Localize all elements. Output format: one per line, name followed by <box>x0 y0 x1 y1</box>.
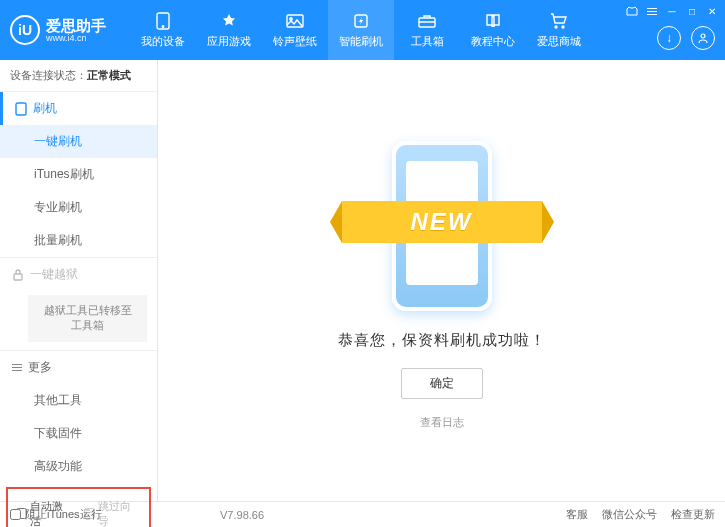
download-button[interactable]: ↓ <box>657 26 681 50</box>
footer-link-support[interactable]: 客服 <box>566 507 588 522</box>
sidebar-item-download-firmware[interactable]: 下载固件 <box>0 417 157 450</box>
nav-apps[interactable]: 应用游戏 <box>196 0 262 60</box>
sidebar-item-other-tools[interactable]: 其他工具 <box>0 384 157 417</box>
jailbreak-note: 越狱工具已转移至 工具箱 <box>28 295 147 342</box>
sidebar-item-batch-flash[interactable]: 批量刷机 <box>0 224 157 257</box>
sidebar-item-oneclick-flash[interactable]: 一键刷机 <box>0 125 157 158</box>
lock-icon <box>12 269 24 281</box>
book-icon <box>483 12 503 30</box>
footer-link-update[interactable]: 检查更新 <box>671 507 715 522</box>
app-title: 爱思助手 <box>46 18 106 33</box>
view-log-link[interactable]: 查看日志 <box>420 415 464 430</box>
nav-tutorials[interactable]: 教程中心 <box>460 0 526 60</box>
svg-point-8 <box>701 34 705 38</box>
sidebar-item-pro-flash[interactable]: 专业刷机 <box>0 191 157 224</box>
app-url: www.i4.cn <box>46 33 106 43</box>
success-message: 恭喜您，保资料刷机成功啦！ <box>338 331 546 350</box>
menu-small-icon <box>12 364 22 371</box>
sidebar-item-advanced[interactable]: 高级功能 <box>0 450 157 483</box>
phone-icon <box>153 12 173 30</box>
nav-store[interactable]: 爱思商城 <box>526 0 592 60</box>
nav-ringtones[interactable]: 铃声壁纸 <box>262 0 328 60</box>
svg-rect-10 <box>14 274 22 280</box>
image-icon <box>285 12 305 30</box>
svg-point-3 <box>290 17 292 19</box>
sidebar-group-more[interactable]: 更多 <box>0 351 157 384</box>
main-content: NEW 恭喜您，保资料刷机成功啦！ 确定 查看日志 <box>158 60 725 501</box>
version-label: V7.98.66 <box>220 509 264 521</box>
maximize-icon[interactable]: □ <box>685 4 699 18</box>
user-button[interactable] <box>691 26 715 50</box>
sidebar-item-itunes-flash[interactable]: iTunes刷机 <box>0 158 157 191</box>
app-header: iU 爱思助手 www.i4.cn 我的设备 应用游戏 铃声壁纸 智能刷机 工具… <box>0 0 725 60</box>
block-itunes-checkbox[interactable]: 阻止iTunes运行 <box>10 507 102 522</box>
footer-link-wechat[interactable]: 微信公众号 <box>602 507 657 522</box>
nav-toolbox[interactable]: 工具箱 <box>394 0 460 60</box>
toolbox-icon <box>417 12 437 30</box>
svg-point-1 <box>162 25 164 27</box>
nav-smart-flash[interactable]: 智能刷机 <box>328 0 394 60</box>
skin-icon[interactable] <box>625 4 639 18</box>
device-status: 设备连接状态：正常模式 <box>0 60 157 92</box>
new-badge: NEW <box>342 201 542 243</box>
svg-rect-9 <box>16 103 26 115</box>
sidebar-group-jailbreak[interactable]: 一键越狱 <box>0 258 157 291</box>
nav-my-device[interactable]: 我的设备 <box>130 0 196 60</box>
menu-icon[interactable] <box>645 4 659 18</box>
cart-icon <box>549 12 569 30</box>
phone-small-icon <box>15 102 27 116</box>
svg-point-6 <box>555 26 557 28</box>
minimize-icon[interactable]: ─ <box>665 4 679 18</box>
logo-area: iU 爱思助手 www.i4.cn <box>10 15 130 45</box>
svg-point-7 <box>562 26 564 28</box>
close-icon[interactable]: ✕ <box>705 4 719 18</box>
window-controls: ─ □ ✕ <box>625 4 719 18</box>
sidebar: 设备连接状态：正常模式 刷机 一键刷机 iTunes刷机 专业刷机 批量刷机 一… <box>0 60 158 501</box>
apps-icon <box>219 12 239 30</box>
ok-button[interactable]: 确定 <box>401 368 483 399</box>
logo-icon: iU <box>10 15 40 45</box>
sidebar-group-flash[interactable]: 刷机 <box>0 92 157 125</box>
top-nav: 我的设备 应用游戏 铃声壁纸 智能刷机 工具箱 教程中心 爱思商城 <box>130 0 592 60</box>
flash-icon <box>351 12 371 30</box>
success-illustration: NEW <box>342 131 542 311</box>
